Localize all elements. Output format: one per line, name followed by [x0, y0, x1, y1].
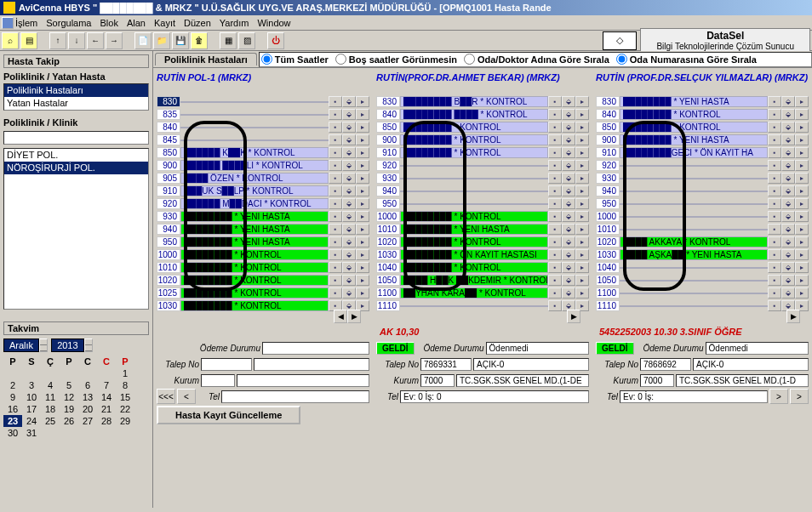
calendar-day[interactable] — [78, 427, 97, 439]
slot-action-button[interactable]: ▪ — [548, 96, 562, 107]
calendar-day[interactable] — [60, 367, 78, 379]
slot-action-button[interactable]: ⬙ — [342, 96, 356, 107]
time-slot[interactable]: 830████████ B██R * KONTROL▪⬙▸ — [376, 95, 589, 108]
menu-islem[interactable]: İşlem — [15, 18, 37, 28]
slot-action-button[interactable]: ▪ — [768, 109, 781, 120]
slot-action-button[interactable]: ▸ — [575, 96, 589, 107]
slot-action-button[interactable]: ▸ — [795, 122, 809, 133]
radio-bos-saatler[interactable]: Boş saatler Görünmesin — [335, 54, 457, 65]
slot-action-button[interactable]: ▪ — [768, 275, 781, 286]
calendar-day[interactable]: 16 — [3, 403, 22, 415]
toolbar-save[interactable]: 💾 — [172, 32, 189, 49]
slot-action-button[interactable]: ▪ — [768, 300, 781, 311]
time-slot[interactable]: 950████████ * YENİ HASTA▪⬙▸ — [157, 236, 369, 248]
slot-action-button[interactable]: ▪ — [768, 185, 781, 196]
slot-action-button[interactable]: ⬙ — [342, 211, 356, 222]
slot-action-button[interactable]: ⬙ — [562, 224, 575, 235]
time-slot[interactable]: 1040████████ * KONTROL▪⬙▸ — [376, 261, 589, 274]
radio-oda-numara[interactable]: Oda Numarasına Göre Sırala — [616, 54, 757, 65]
slot-action-button[interactable]: ▪ — [548, 224, 562, 235]
radio-tum-saatler[interactable]: Tüm Saatler — [261, 54, 329, 65]
month-spinner[interactable] — [39, 338, 48, 352]
calendar-day[interactable] — [22, 367, 41, 379]
slot-action-button[interactable]: ▪ — [768, 96, 781, 107]
slot-action-button[interactable]: ▸ — [575, 275, 589, 286]
slot-action-button[interactable]: ▸ — [356, 249, 369, 260]
calendar-day[interactable]: 21 — [97, 403, 116, 415]
kurum-code[interactable] — [201, 374, 235, 387]
calendar-day[interactable]: 13 — [78, 391, 97, 403]
calendar-day[interactable]: 20 — [78, 403, 97, 415]
time-slot[interactable]: 1000████████ * KONTROL▪⬙▸ — [157, 248, 369, 261]
calendar-day[interactable]: 26 — [60, 415, 78, 427]
slot-action-button[interactable]: ▸ — [795, 249, 809, 260]
slot-action-button[interactable]: ▪ — [329, 287, 342, 299]
time-slot[interactable]: 1100██YHAN KARA██ * KONTROL▪⬙▸ — [376, 287, 589, 299]
slot-action-button[interactable]: ⬙ — [562, 109, 575, 120]
slot-action-button[interactable]: ▸ — [795, 211, 809, 222]
kurum-code[interactable]: 7000 — [640, 374, 674, 387]
slot-action-button[interactable]: ⬙ — [781, 160, 795, 171]
slot-action-button[interactable]: ▪ — [768, 262, 781, 273]
geldi-button[interactable]: GELDİ — [376, 342, 415, 355]
slot-action-button[interactable]: ▸ — [575, 211, 589, 222]
slot-action-button[interactable]: ⬙ — [781, 287, 795, 299]
slot-action-button[interactable]: ⬙ — [562, 287, 575, 299]
slot-action-button[interactable]: ▪ — [548, 173, 562, 184]
time-slot[interactable]: 900████████ * YENİ HASTA▪⬙▸ — [596, 134, 809, 146]
year-select[interactable]: 2013 — [51, 338, 83, 352]
slot-action-button[interactable]: ▪ — [548, 134, 562, 145]
slot-action-button[interactable]: ▸ — [575, 109, 589, 120]
calendar-day[interactable] — [97, 427, 116, 439]
slot-action-button[interactable]: ▪ — [329, 122, 342, 133]
slot-action-button[interactable]: ▪ — [329, 224, 342, 235]
slot-action-button[interactable]: ⬙ — [781, 134, 795, 145]
menu-alan[interactable]: Alan — [127, 18, 146, 28]
slot-action-button[interactable]: ⬙ — [342, 262, 356, 273]
calendar-day[interactable]: 31 — [22, 427, 41, 439]
time-slot[interactable]: 920▪⬙▸ — [596, 159, 809, 172]
slot-action-button[interactable]: ▪ — [548, 300, 562, 311]
time-slot[interactable]: 850████████ * KONTROL▪⬙▸ — [596, 121, 809, 134]
slot-action-button[interactable]: ▸ — [356, 198, 369, 209]
slot-action-button[interactable]: ▸ — [795, 236, 809, 247]
slot-action-button[interactable]: ▸ — [356, 160, 369, 171]
time-slot[interactable]: 905████ ÖZEN * KONTROL▪⬙▸ — [157, 172, 369, 185]
slot-action-button[interactable]: ▸ — [795, 96, 809, 107]
time-slot[interactable]: 1040▪⬙▸ — [596, 261, 809, 274]
slot-action-button[interactable]: ▪ — [548, 249, 562, 260]
slot-action-button[interactable]: ▪ — [548, 287, 562, 299]
slot-action-button[interactable]: ▪ — [329, 185, 342, 196]
time-slot[interactable]: 835▪⬙▸ — [157, 108, 369, 121]
time-slot[interactable]: 920▪⬙▸ — [376, 159, 589, 172]
slot-action-button[interactable]: ▸ — [356, 122, 369, 133]
slot-action-button[interactable]: ▸ — [795, 147, 809, 158]
calendar-day[interactable]: 2 — [3, 379, 22, 391]
slot-action-button[interactable]: ▸ — [575, 147, 589, 158]
slot-action-button[interactable]: ⬙ — [562, 275, 575, 286]
calendar-day[interactable]: 8 — [116, 379, 134, 391]
calendar-day[interactable]: 5 — [60, 379, 78, 391]
time-slot[interactable]: 1010▪⬙▸ — [596, 223, 809, 236]
slot-action-button[interactable]: ▸ — [795, 134, 809, 145]
time-slot[interactable]: 1030████████ * ÖN KAYIT HASTASI▪⬙▸ — [376, 248, 589, 261]
menu-kayit[interactable]: Kayıt — [154, 18, 175, 28]
toolbar-button[interactable]: ▦ — [220, 32, 237, 49]
slot-action-button[interactable]: ▸ — [795, 185, 809, 196]
time-slot[interactable]: 950▪⬙▸ — [376, 197, 589, 210]
calendar-day[interactable]: 27 — [78, 415, 97, 427]
slot-action-button[interactable]: ⬙ — [781, 249, 795, 260]
time-slot[interactable]: 850████████ * KONTROL▪⬙▸ — [376, 121, 589, 134]
slot-action-button[interactable]: ▸ — [356, 262, 369, 273]
calendar-day[interactable]: 22 — [116, 403, 134, 415]
slot-action-button[interactable]: ▸ — [356, 211, 369, 222]
slot-action-button[interactable]: ⬙ — [342, 173, 356, 184]
calendar-day[interactable]: 18 — [41, 403, 60, 415]
time-slot[interactable]: 845▪⬙▸ — [157, 134, 369, 146]
list-item[interactable]: Poliklinik Hastaları — [4, 84, 148, 97]
hasta-kayit-button[interactable]: Hasta Kayıt Güncelleme — [157, 406, 300, 424]
menu-sorgulama[interactable]: Sorgulama — [46, 18, 91, 28]
geldi-button[interactable]: GELDİ — [596, 342, 634, 355]
slot-action-button[interactable]: ⬙ — [342, 275, 356, 286]
slot-action-button[interactable]: ▪ — [768, 224, 781, 235]
